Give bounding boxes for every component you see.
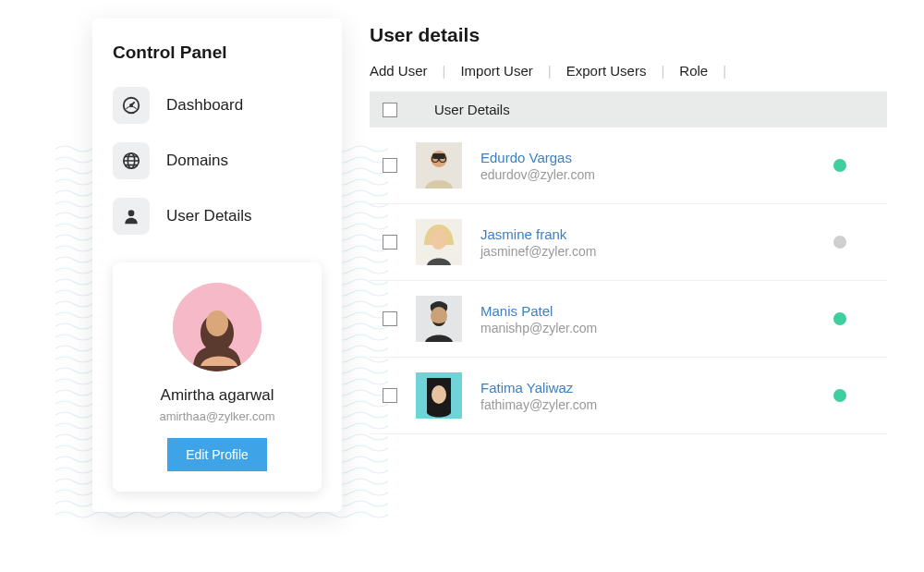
avatar [416, 142, 462, 189]
sidebar-item-domains[interactable]: Domains [113, 142, 322, 179]
sidebar: Control Panel Dashboard Domain [92, 18, 342, 512]
user-email: jasminef@zyler.com [480, 244, 815, 259]
edit-profile-button[interactable]: Edit Profile [167, 438, 267, 471]
user-name-link[interactable]: Fatima Yaliwaz [480, 380, 815, 396]
row-checkbox[interactable] [383, 235, 397, 249]
row-checkbox[interactable] [383, 388, 397, 403]
main-panel: User details Add User | Import User | Ex… [370, 18, 887, 512]
avatar [416, 372, 462, 419]
table-row: Manis Patel manishp@zyler.com [370, 281, 887, 358]
add-user-link[interactable]: Add User [370, 63, 428, 79]
svg-point-7 [206, 310, 228, 336]
user-email: edurdov@zyler.com [480, 167, 815, 182]
user-icon [113, 198, 150, 235]
svg-point-18 [432, 385, 446, 404]
user-name-link[interactable]: Jasmine frank [480, 226, 815, 242]
profile-card: Amirtha agarwal amirthaa@zylker.com Edit… [113, 262, 322, 492]
table-row: Edurdo Vargas edurdov@zyler.com [370, 128, 887, 204]
row-checkbox[interactable] [383, 158, 397, 173]
user-email: fathimay@zyler.com [480, 397, 815, 412]
avatar [416, 219, 462, 265]
status-indicator [833, 236, 846, 249]
profile-name: Amirtha agarwal [128, 386, 307, 405]
table-row: Jasmine frank jasminef@zyler.com [370, 204, 887, 281]
gauge-icon [113, 87, 150, 124]
table-row: Fatima Yaliwaz fathimay@zyler.com [370, 358, 887, 434]
sidebar-item-user-details[interactable]: User Details [113, 198, 322, 235]
user-name-link[interactable]: Manis Patel [480, 303, 815, 319]
status-indicator [833, 312, 846, 325]
separator: | [723, 63, 726, 79]
profile-email: amirthaa@zylker.com [128, 409, 307, 423]
sidebar-title: Control Panel [113, 43, 322, 63]
globe-icon [113, 142, 150, 179]
sidebar-item-label: Dashboard [166, 96, 243, 115]
import-user-link[interactable]: Import User [460, 63, 532, 79]
export-users-link[interactable]: Export Users [566, 63, 647, 79]
action-bar: Add User | Import User | Export Users | … [370, 63, 887, 79]
page-title: User details [370, 24, 887, 46]
row-checkbox[interactable] [383, 311, 397, 326]
avatar [173, 283, 261, 371]
table-header-label: User Details [434, 102, 510, 117]
sidebar-item-dashboard[interactable]: Dashboard [113, 87, 322, 124]
separator: | [443, 63, 446, 79]
svg-point-5 [128, 210, 135, 216]
role-link[interactable]: Role [679, 63, 708, 79]
separator: | [661, 63, 664, 79]
separator: | [548, 63, 552, 79]
user-name-link[interactable]: Edurdo Vargas [480, 150, 815, 165]
status-indicator [833, 389, 846, 402]
select-all-checkbox[interactable] [383, 103, 397, 117]
sidebar-item-label: User Details [166, 207, 252, 225]
avatar [416, 296, 462, 342]
status-indicator [833, 159, 846, 172]
svg-point-14 [431, 229, 447, 249]
user-email: manishp@zyler.com [480, 321, 815, 335]
sidebar-item-label: Domains [166, 152, 228, 170]
table-header: User Details [370, 91, 887, 128]
